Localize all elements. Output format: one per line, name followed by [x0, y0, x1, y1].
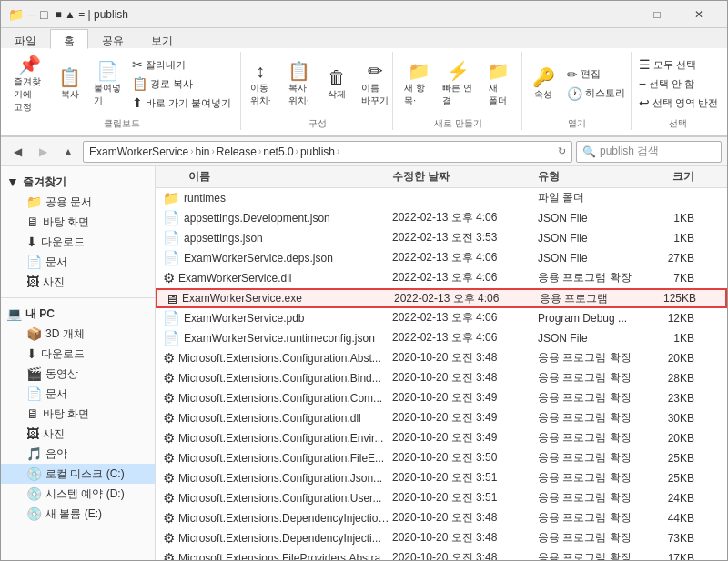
address-bar[interactable]: ExamWorkerService › bin › Release › net5…	[83, 141, 572, 163]
sidebar-item-3d[interactable]: 📦 3D 개체	[1, 324, 155, 344]
table-row[interactable]: 📄 ExamWorkerService.deps.json 2022-02-13…	[156, 248, 727, 268]
new-item-button[interactable]: 📁 새 항목·	[400, 58, 437, 109]
paste-label: 붙여넣기	[94, 82, 123, 107]
file-cell-name: ⚙ Microsoft.Extensions.FileProviders.Abs…	[156, 550, 392, 561]
file-type-icon: 📄	[163, 310, 180, 326]
file-type-icon: ⚙	[163, 410, 175, 426]
file-type-icon: ⚙	[163, 470, 175, 486]
sidebar-item-public-docs[interactable]: 📁 공용 문서	[1, 192, 155, 212]
back-button[interactable]: ◀	[6, 141, 28, 163]
table-row[interactable]: ⚙ Microsoft.Extensions.Configuration.dll…	[156, 408, 727, 428]
file-type-icon: 📄	[163, 330, 180, 346]
clipboard-group-label: 클립보드	[104, 115, 140, 130]
file-cell-name: ⚙ Microsoft.Extensions.Configuration.Bin…	[156, 370, 392, 386]
sidebar-item-local-disk-c[interactable]: 💿 로컬 디스크 (C:)	[1, 464, 155, 484]
sidebar-item-docs[interactable]: 📄 문서	[1, 384, 155, 404]
table-row[interactable]: ⚙ Microsoft.Extensions.Configuration.Com…	[156, 388, 727, 408]
tab-home[interactable]: 홈	[50, 29, 88, 49]
table-row[interactable]: ⚙ Microsoft.Extensions.DependencyInjecti…	[156, 528, 727, 548]
sidebar-item-desktop[interactable]: 🖥 바탕 화면	[1, 404, 155, 424]
table-row[interactable]: ⚙ Microsoft.Extensions.DependencyInjecti…	[156, 508, 727, 528]
table-row[interactable]: 📁 runtimes 파일 폴더	[156, 188, 727, 208]
sidebar-favorites-header[interactable]: ▼ 즐겨찾기	[1, 172, 155, 192]
sidebar-item-video[interactable]: 🎬 동영상	[1, 364, 155, 384]
properties-button[interactable]: 🔑 속성	[525, 65, 561, 103]
file-cell-type: 파일 폴더	[538, 190, 647, 205]
tab-view[interactable]: 보기	[137, 29, 187, 49]
downloads-fav-label: 다운로드	[41, 235, 85, 250]
move-icon: ↕	[256, 60, 265, 82]
sidebar-item-system-d[interactable]: 💿 시스템 예약 (D:)	[1, 484, 155, 504]
up-button[interactable]: ▲	[57, 141, 79, 163]
new-items: 📁 새 항목· ⚡ 빠른 연결 📁 새폴더	[400, 52, 516, 115]
delete-label: 삭제	[328, 88, 346, 101]
table-row[interactable]: ⚙ Microsoft.Extensions.Configuration.Use…	[156, 488, 727, 508]
invert-selection-button[interactable]: ↩ 선택 영역 반전	[635, 94, 722, 112]
sidebar-item-downloads-fav[interactable]: ⬇ 다운로드	[1, 232, 155, 252]
3d-label: 3D 개체	[46, 326, 85, 342]
table-row[interactable]: 🖥 ExamWorkerService.exe 2022-02-13 오후 4:…	[156, 288, 727, 308]
maximize-button[interactable]: □	[636, 1, 678, 28]
minimize-button[interactable]: ─	[594, 1, 636, 28]
sidebar: ▼ 즐겨찾기 📁 공용 문서 🖥 바탕 화면 ⬇ 다운로드 📄 문서 🖼 사	[1, 166, 156, 560]
sidebar-item-photos-fav[interactable]: 🖼 사진	[1, 272, 155, 292]
tab-share[interactable]: 공유	[88, 29, 137, 49]
table-row[interactable]: ⚙ Microsoft.Extensions.Configuration.Env…	[156, 428, 727, 448]
delete-button[interactable]: 🗑 삭제	[318, 65, 355, 103]
move-to-button[interactable]: ↕ 이동위치·	[242, 58, 278, 109]
copy-path-button[interactable]: 📋 경로 복사	[128, 75, 235, 93]
copy-button[interactable]: 📋 복사	[52, 65, 88, 103]
quick-access-button[interactable]: ⚡ 빠른 연결	[439, 58, 478, 109]
forward-button[interactable]: ▶	[32, 141, 54, 163]
col-header-size[interactable]: 크기	[647, 169, 702, 185]
table-row[interactable]: ⚙ ExamWorkerService.dll 2022-02-13 오후 4:…	[156, 268, 727, 288]
file-cell-name: ⚙ Microsoft.Extensions.Configuration.Fil…	[156, 450, 392, 466]
sidebar-item-docs-fav[interactable]: 📄 문서	[1, 252, 155, 272]
history-button[interactable]: 🕐 히스토리	[563, 85, 629, 103]
file-cell-type: 응용 프로그램	[540, 291, 649, 306]
favorites-label: 즐겨찾기	[23, 175, 66, 190]
table-row[interactable]: ⚙ Microsoft.Extensions.Configuration.Jso…	[156, 468, 727, 488]
select-none-button[interactable]: − 선택 안 함	[635, 75, 722, 93]
table-row[interactable]: 📄 ExamWorkerService.runtimeconfig.json 2…	[156, 328, 727, 348]
public-docs-label: 공용 문서	[46, 195, 92, 210]
sidebar-item-desktop-fav[interactable]: 🖥 바탕 화면	[1, 212, 155, 232]
paste-shortcut-button[interactable]: ⬆ 바로 가기 붙여넣기	[128, 94, 235, 112]
table-row[interactable]: ⚙ Microsoft.Extensions.Configuration.Fil…	[156, 448, 727, 468]
file-cell-type: 응용 프로그램 확장	[538, 270, 647, 286]
col-header-type[interactable]: 유형	[538, 169, 647, 185]
docs-fav-icon: 📄	[26, 255, 42, 269]
file-type-icon: ⚙	[163, 490, 175, 506]
file-name: appsettings.Development.json	[184, 212, 330, 225]
address-refresh-icon[interactable]: ↻	[558, 145, 566, 157]
table-row[interactable]: ⚙ Microsoft.Extensions.Configuration.Bin…	[156, 368, 727, 388]
sidebar-item-music[interactable]: 🎵 음악	[1, 444, 155, 464]
paste-button[interactable]: 📄 붙여넣기	[90, 58, 126, 109]
sidebar-item-new-volume-e[interactable]: 💿 새 볼륨 (E:)	[1, 504, 155, 524]
file-name: ExamWorkerService.dll	[178, 272, 291, 285]
table-row[interactable]: ⚙ Microsoft.Extensions.Configuration.Abs…	[156, 348, 727, 368]
close-button[interactable]: ✕	[678, 1, 720, 28]
file-name: Microsoft.Extensions.DependencyInjecti..…	[178, 532, 381, 545]
copy-to-button[interactable]: 📋 복사위치·	[280, 58, 317, 109]
file-cell-date: 2020-10-20 오전 3:48	[392, 510, 538, 526]
sidebar-item-downloads[interactable]: ⬇ 다운로드	[1, 344, 155, 364]
table-row[interactable]: 📄 appsettings.Development.json 2022-02-1…	[156, 208, 727, 228]
new-folder-button[interactable]: 📁 새폴더	[480, 58, 516, 109]
file-type-icon: 🖥	[165, 291, 178, 306]
sidebar-pc-header[interactable]: 💻 내 PC	[1, 304, 155, 324]
col-header-date[interactable]: 수정한 날짜	[392, 169, 538, 185]
rename-button[interactable]: ✏ 이름바꾸기	[357, 58, 393, 109]
select-all-button[interactable]: ☰ 모두 선택	[635, 55, 722, 74]
table-row[interactable]: ⚙ Microsoft.Extensions.FileProviders.Abs…	[156, 548, 727, 560]
new-group-label: 새로 만들기	[434, 115, 482, 130]
sidebar-item-photos[interactable]: 🖼 사진	[1, 424, 155, 444]
table-row[interactable]: 📄 appsettings.json 2022-02-13 오전 3:53 JS…	[156, 228, 727, 248]
pin-to-quick-access-button[interactable]: 📌 즐겨찾기에고정	[10, 52, 50, 115]
search-bar[interactable]: 🔍 publish 검색	[576, 141, 722, 163]
edit-button[interactable]: ✏ 편집	[563, 65, 629, 84]
col-header-name[interactable]: 이름	[156, 169, 392, 185]
tab-file[interactable]: 파일	[1, 29, 50, 49]
table-row[interactable]: 📄 ExamWorkerService.pdb 2022-02-13 오후 4:…	[156, 308, 727, 328]
cut-button[interactable]: ✂ 잘라내기	[128, 55, 235, 74]
